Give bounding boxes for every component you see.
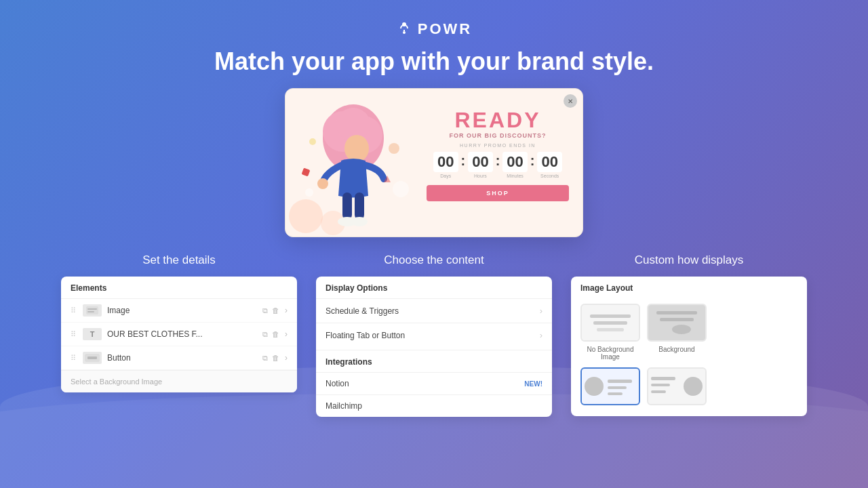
button-type-icon bbox=[83, 352, 102, 364]
delete-icon[interactable]: 🗑 bbox=[272, 306, 279, 314]
chevron-right-icon: › bbox=[285, 306, 288, 315]
delete-icon[interactable]: 🗑 bbox=[272, 354, 279, 362]
svg-rect-21 bbox=[86, 306, 98, 314]
chevron-right-icon: › bbox=[285, 353, 288, 363]
svg-rect-15 bbox=[302, 168, 311, 177]
element-label-button: Button bbox=[107, 353, 257, 363]
drag-icon: ⠿ bbox=[71, 330, 77, 339]
logo-text: POWR bbox=[418, 20, 472, 38]
set-details-heading: Set the details bbox=[142, 253, 216, 267]
schedule-triggers-row[interactable]: Schedule & Triggers › bbox=[316, 298, 552, 323]
svg-rect-32 bbox=[651, 390, 666, 393]
bg-label: Background bbox=[658, 346, 694, 353]
close-button[interactable]: ✕ bbox=[564, 94, 577, 108]
element-actions-text: ⧉ 🗑 bbox=[262, 330, 279, 339]
layout-no-bg[interactable]: No BackgroundImage bbox=[580, 304, 640, 361]
drag-icon: ⠿ bbox=[71, 306, 77, 315]
schedule-triggers-label: Schedule & Triggers bbox=[326, 306, 399, 316]
drag-icon: ⠿ bbox=[71, 354, 77, 363]
layout-option4[interactable] bbox=[647, 367, 707, 409]
svg-rect-31 bbox=[651, 384, 670, 386]
colon3: : bbox=[530, 152, 535, 169]
svg-point-17 bbox=[309, 138, 316, 145]
elements-panel-header: Elements bbox=[61, 277, 297, 299]
countdown-seconds: 00 Seconds bbox=[537, 152, 561, 178]
image-layout-panel: Image Layout No BackgroundImage bbox=[571, 277, 807, 416]
colon1: : bbox=[461, 152, 466, 169]
svg-point-33 bbox=[684, 377, 703, 396]
svg-rect-30 bbox=[651, 377, 675, 380]
copy-icon[interactable]: ⧉ bbox=[262, 330, 268, 339]
elements-panel: Elements ⠿ Image ⧉ 🗑 › ⠿ T OU bbox=[61, 277, 297, 392]
mailchimp-row[interactable]: Mailchimp bbox=[316, 394, 552, 417]
element-label-image: Image bbox=[107, 306, 257, 315]
discount-text: FOR OUR BIG DISCOUNTS? bbox=[450, 132, 547, 139]
svg-point-19 bbox=[393, 181, 409, 197]
display-options-header: Display Options bbox=[316, 277, 552, 298]
choose-content-col: Choose the content Display Options Sched… bbox=[316, 253, 552, 417]
chevron-right-icon: › bbox=[540, 330, 542, 340]
element-label-text: OUR BEST CLOTHES F... bbox=[107, 329, 257, 339]
svg-rect-28 bbox=[608, 386, 627, 389]
chevron-right-icon: › bbox=[540, 306, 542, 316]
element-row-text[interactable]: ⠿ T OUR BEST CLOTHES F... ⧉ 🗑 › bbox=[61, 323, 297, 346]
custom-displays-col: Custom how displays Image Layout No Back… bbox=[571, 253, 807, 416]
illustration bbox=[285, 88, 421, 237]
element-row-button[interactable]: ⠿ Button ⧉ 🗑 › bbox=[61, 346, 297, 370]
header: POWR Match your app with your brand styl… bbox=[214, 19, 654, 76]
hurry-text: HURRY PROMO ENDS IN bbox=[460, 143, 536, 148]
svg-point-1 bbox=[403, 31, 406, 34]
ready-text: READY bbox=[454, 109, 540, 131]
layout-bg[interactable]: Background bbox=[647, 304, 707, 361]
svg-point-16 bbox=[389, 143, 399, 154]
set-details-col: Set the details Elements ⠿ Image ⧉ 🗑 › bbox=[61, 253, 297, 392]
new-badge-notion: NEW! bbox=[524, 380, 542, 388]
logo-row: POWR bbox=[396, 19, 472, 39]
svg-point-20 bbox=[305, 188, 313, 197]
preview-card: ✕ bbox=[285, 88, 583, 237]
svg-rect-10 bbox=[342, 192, 352, 220]
image-type-icon bbox=[83, 304, 102, 317]
layout-thumb3 bbox=[580, 367, 640, 405]
svg-point-9 bbox=[344, 135, 369, 162]
svg-point-3 bbox=[289, 199, 323, 233]
notion-row[interactable]: Notion NEW! bbox=[316, 372, 552, 394]
layout-options-row1: No BackgroundImage Background bbox=[571, 298, 807, 367]
svg-point-13 bbox=[351, 217, 368, 226]
panel-footer[interactable]: Select a Background Image bbox=[61, 370, 297, 392]
layout-options-row2 bbox=[571, 367, 807, 416]
countdown-row: 00 Days : 00 Hours : 00 Minutes : 00 Sec… bbox=[433, 152, 562, 178]
notion-label: Notion bbox=[326, 379, 349, 388]
svg-rect-22 bbox=[87, 308, 97, 310]
logo-icon bbox=[396, 19, 412, 39]
svg-rect-23 bbox=[87, 311, 94, 312]
mailchimp-label: Mailchimp bbox=[326, 401, 362, 411]
custom-displays-heading: Custom how displays bbox=[635, 253, 744, 267]
svg-rect-11 bbox=[355, 192, 364, 220]
page-headline: Match your app with your brand style. bbox=[214, 47, 654, 76]
floating-tab-label: Floating Tab or Button bbox=[326, 331, 405, 340]
choose-content-heading: Choose the content bbox=[384, 253, 484, 267]
copy-icon[interactable]: ⧉ bbox=[262, 354, 268, 363]
shop-button[interactable]: SHOP bbox=[427, 185, 569, 201]
preview-content: READY FOR OUR BIG DISCOUNTS? HURRY PROMO… bbox=[427, 109, 569, 201]
element-row-image[interactable]: ⠿ Image ⧉ 🗑 › bbox=[61, 299, 297, 323]
bg-thumb bbox=[647, 304, 707, 342]
colon2: : bbox=[496, 152, 500, 169]
delete-icon[interactable]: 🗑 bbox=[272, 330, 279, 338]
svg-point-26 bbox=[585, 377, 604, 396]
element-actions-button: ⧉ 🗑 bbox=[262, 354, 279, 363]
copy-icon[interactable]: ⧉ bbox=[262, 306, 268, 315]
svg-rect-27 bbox=[608, 380, 632, 383]
svg-rect-29 bbox=[608, 392, 623, 395]
no-bg-thumb bbox=[580, 304, 640, 342]
element-actions-image: ⧉ 🗑 bbox=[262, 306, 279, 315]
svg-rect-25 bbox=[87, 357, 97, 359]
text-type-icon: T bbox=[83, 328, 102, 340]
countdown-minutes: 00 Minutes bbox=[502, 152, 527, 178]
layout-option3[interactable] bbox=[580, 367, 640, 409]
floating-tab-row[interactable]: Floating Tab or Button › bbox=[316, 323, 552, 347]
countdown-hours: 00 Hours bbox=[468, 152, 492, 178]
svg-point-14 bbox=[317, 178, 328, 189]
no-bg-label: No BackgroundImage bbox=[587, 346, 634, 361]
